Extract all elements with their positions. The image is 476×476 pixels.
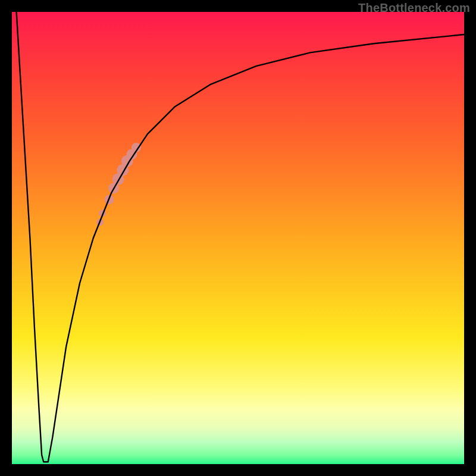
highlight-dot (112, 173, 124, 185)
highlight-dot (104, 195, 114, 204)
highlight-dot (108, 183, 119, 193)
highlight-dot (117, 164, 129, 176)
highlight-dot (131, 143, 141, 152)
chart-frame: TheBottleneck.com (0, 0, 476, 476)
highlight-dot (96, 218, 104, 226)
marker-group (96, 143, 141, 226)
watermark-text: TheBottleneck.com (358, 1, 470, 15)
highlight-dot (121, 155, 133, 167)
bottleneck-curve (17, 12, 464, 462)
highlight-dot (126, 149, 137, 159)
highlight-dot (99, 209, 106, 217)
curve-layer (12, 12, 464, 464)
plot-area (12, 12, 464, 464)
